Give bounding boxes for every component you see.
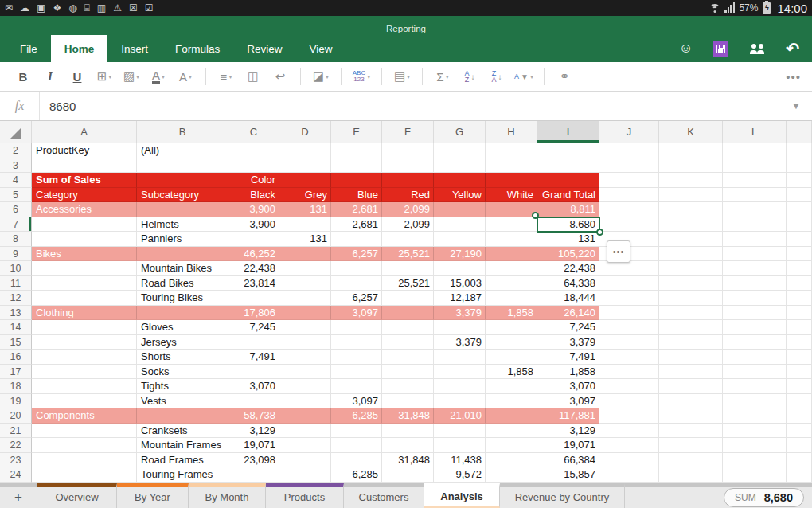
cell-G11[interactable]: 15,003 xyxy=(434,276,486,291)
cell-D8[interactable]: 131 xyxy=(279,232,331,247)
formula-input[interactable]: 8680 xyxy=(40,100,791,113)
autosum-button[interactable]: Σ▾ xyxy=(431,64,455,88)
cell-I16[interactable]: 7,491 xyxy=(537,350,599,365)
row-header-2[interactable]: 2 xyxy=(0,143,32,158)
cell-E9[interactable]: 6,257 xyxy=(331,247,382,262)
sort-ascending-button[interactable]: AZ↓ xyxy=(458,64,482,88)
selected-cell-outline[interactable] xyxy=(537,217,600,233)
cell-G5[interactable]: Yellow xyxy=(434,188,486,203)
row-header-12[interactable]: 12 xyxy=(0,291,32,306)
ribbon-tab-home[interactable]: Home xyxy=(51,35,108,62)
cell-I15[interactable]: 3,379 xyxy=(537,335,599,350)
cell-F7[interactable]: 2,099 xyxy=(382,217,434,233)
column-header-K[interactable]: K xyxy=(659,121,723,143)
column-header-H[interactable]: H xyxy=(486,121,537,143)
column-header-J[interactable]: J xyxy=(599,121,659,143)
cell-C9[interactable]: 46,252 xyxy=(228,247,279,262)
cell-G15[interactable]: 3,379 xyxy=(434,335,486,350)
fx-icon[interactable]: fx xyxy=(0,92,40,120)
cell-B5[interactable]: Subcategory xyxy=(137,188,228,203)
cell-F5[interactable]: Red xyxy=(382,188,434,203)
cell-I20[interactable]: 117,881 xyxy=(537,408,599,424)
cell-A4[interactable]: Sum of Sales xyxy=(32,173,137,188)
row-header-10[interactable]: 10 xyxy=(0,261,32,276)
cell-E5[interactable]: Blue xyxy=(331,188,382,203)
cell-B8[interactable]: Panniers xyxy=(137,232,228,247)
cell-B18[interactable]: Tights xyxy=(137,379,228,394)
cell-B16[interactable]: Shorts xyxy=(137,350,228,365)
row-header-24[interactable]: 24 xyxy=(0,467,32,483)
sheet-tab-analysis[interactable]: Analysis xyxy=(424,483,500,508)
select-all-button[interactable] xyxy=(0,121,32,143)
sheet-tab-by-year[interactable]: By Year xyxy=(117,483,189,508)
cell-A13[interactable]: Clothing xyxy=(32,306,137,321)
cell-I13[interactable]: 26,140 xyxy=(537,306,599,321)
cell-E24[interactable]: 6,285 xyxy=(331,467,382,483)
insert-delete-cells-button[interactable]: ▤▾ xyxy=(390,64,414,88)
cell-B11[interactable]: Road Bikes xyxy=(137,276,228,291)
cell-G24[interactable]: 9,572 xyxy=(434,467,486,483)
row-header-22[interactable]: 22 xyxy=(0,438,32,453)
fill-color-button[interactable]: ▨▾ xyxy=(119,64,143,88)
cell-A20[interactable]: Components xyxy=(32,408,137,424)
row-header-23[interactable]: 23 xyxy=(0,453,32,468)
column-header-E[interactable]: E xyxy=(331,121,382,143)
cell-F11[interactable]: 25,521 xyxy=(382,276,434,291)
cell-E6[interactable]: 2,681 xyxy=(331,202,382,217)
cell-B10[interactable]: Mountain Bikes xyxy=(137,261,228,276)
cell-H5[interactable]: White xyxy=(486,188,537,203)
cell-I5[interactable]: Grand Total xyxy=(537,188,599,203)
share-people-icon[interactable] xyxy=(749,43,765,54)
cell-G12[interactable]: 12,187 xyxy=(434,291,486,306)
cell-G9[interactable]: 27,190 xyxy=(434,247,486,262)
row-header-8[interactable]: 8 xyxy=(0,232,32,247)
cell-B23[interactable]: Road Frames xyxy=(137,453,228,468)
row-header-6[interactable]: 6 xyxy=(0,202,32,217)
cell-F20[interactable]: 31,848 xyxy=(382,408,434,424)
cell-B21[interactable]: Cranksets xyxy=(137,424,228,439)
row-header-3[interactable]: 3 xyxy=(0,158,32,174)
font-size-button[interactable]: A▾ xyxy=(174,64,197,88)
row-header-13[interactable]: 13 xyxy=(0,306,32,321)
cell-C5[interactable]: Black xyxy=(228,188,279,203)
column-header-I[interactable]: I xyxy=(537,121,599,143)
cell-I9[interactable]: 105,220 xyxy=(537,247,599,262)
row-header-16[interactable]: 16 xyxy=(0,350,32,365)
cell-I23[interactable]: 66,384 xyxy=(537,453,599,468)
cell-C14[interactable]: 7,245 xyxy=(228,320,279,335)
merge-cells-button[interactable]: ◫ xyxy=(241,64,265,88)
cell-C10[interactable]: 22,438 xyxy=(228,261,279,276)
formula-bar-expand-chevron-icon[interactable]: ▼ xyxy=(791,100,812,111)
cell-style-button[interactable]: ◪▾ xyxy=(309,64,333,88)
borders-button[interactable]: ⊞▾ xyxy=(92,64,116,88)
cell-F23[interactable]: 31,848 xyxy=(382,453,434,468)
row-header-21[interactable]: 21 xyxy=(0,424,32,439)
ribbon-tab-formulas[interactable]: Formulas xyxy=(162,35,233,62)
sheet-tab-by-month[interactable]: By Month xyxy=(189,483,266,508)
cell-context-menu-button[interactable]: ••• xyxy=(607,240,630,263)
italic-button[interactable]: I xyxy=(38,64,62,88)
cell-B22[interactable]: Mountain Frames xyxy=(137,438,228,453)
filter-button[interactable]: A▼▾ xyxy=(512,64,536,88)
cell-I21[interactable]: 3,129 xyxy=(537,424,599,439)
add-sheet-button[interactable]: + xyxy=(0,483,37,508)
cell-D6[interactable]: 131 xyxy=(279,202,331,217)
column-header-C[interactable]: C xyxy=(228,121,279,143)
cell-I18[interactable]: 3,070 xyxy=(537,379,599,394)
cell-B24[interactable]: Touring Frames xyxy=(137,467,228,483)
column-header-F[interactable]: F xyxy=(382,121,434,143)
selection-handle-top-left[interactable] xyxy=(532,212,539,219)
find-button[interactable]: ⚭ xyxy=(552,64,576,88)
row-header-14[interactable]: 14 xyxy=(0,320,32,335)
cell-C13[interactable]: 17,806 xyxy=(228,306,279,321)
undo-icon[interactable]: ↶ xyxy=(786,39,799,58)
row-header-18[interactable]: 18 xyxy=(0,379,32,394)
cell-A9[interactable]: Bikes xyxy=(32,247,137,262)
cell-I17[interactable]: 1,858 xyxy=(537,365,599,380)
cell-G23[interactable]: 11,438 xyxy=(434,453,486,468)
cell-B19[interactable]: Vests xyxy=(137,394,228,409)
cell-E13[interactable]: 3,097 xyxy=(331,306,382,321)
wrap-text-button[interactable]: ↩ xyxy=(268,64,292,88)
cell-A6[interactable]: Accessories xyxy=(32,202,137,217)
cell-C7[interactable]: 3,900 xyxy=(228,217,279,233)
